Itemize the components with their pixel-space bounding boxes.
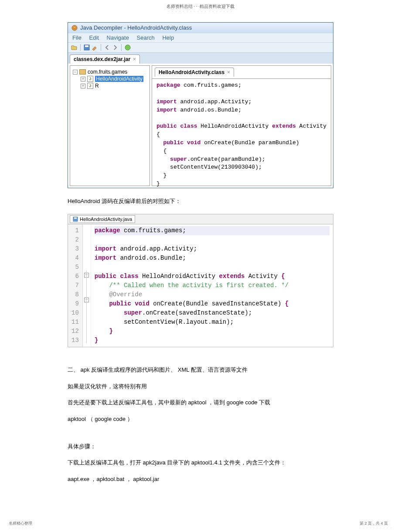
- menu-help[interactable]: Help: [162, 34, 174, 41]
- separator: [80, 44, 81, 51]
- close-icon[interactable]: ×: [133, 56, 136, 62]
- page-header: 名师资料总结 · · ·精品资料欢迎下载 · · · · · · · · · ·…: [0, 0, 401, 14]
- tree-package[interactable]: − com.fruits.games: [73, 68, 147, 75]
- refresh-icon[interactable]: [124, 44, 131, 51]
- paragraph: HelloAndroid 源码在反编译前后的对照如下：: [68, 196, 333, 206]
- jar-tab[interactable]: classes.dex.dex2jar.jar×: [70, 54, 140, 64]
- menu-file[interactable]: File: [72, 34, 82, 41]
- code-tab[interactable]: HelloAndroidActivity.class×: [155, 68, 234, 77]
- code-tab-label: HelloAndroidActivity.class: [159, 69, 224, 75]
- code-body: package com.fruits.games; import android…: [152, 79, 331, 191]
- page-footer: 名师精心整理 · · · · · · · · 第 2 页，共 4 页 · · ·…: [0, 519, 401, 532]
- para-2: 如果是汉化软件，这将特别有用: [68, 381, 333, 391]
- para-5: 具体步骤：: [68, 441, 333, 451]
- fold-icon[interactable]: −: [84, 298, 89, 302]
- para-4: apktool （ google code ）: [68, 414, 333, 424]
- expand-icon[interactable]: +: [81, 84, 85, 88]
- menu-search[interactable]: Search: [137, 34, 155, 41]
- editor-body: 12345678910111213 − − package com.fruits…: [68, 224, 333, 347]
- window-title: Java Decompiler - HelloAndroidActivity.c…: [80, 24, 192, 31]
- header-dots: · · · · · · · · · · · · · · · · · ·: [0, 10, 401, 14]
- para-1: 二、 apk 反编译生成程序的源代码和图片、 XML 配置、语言资源等文件: [68, 365, 333, 375]
- java-file-icon: J: [87, 83, 93, 89]
- app-icon: [71, 25, 78, 31]
- tree-pane: − com.fruits.games + J HelloAndroidActiv…: [70, 65, 150, 186]
- line-gutter: 12345678910111213: [68, 224, 83, 347]
- close-icon[interactable]: ×: [227, 69, 230, 75]
- source-editor: HelloAndroidActivity.java 12345678910111…: [68, 214, 333, 347]
- separator: [101, 44, 101, 51]
- expand-icon[interactable]: +: [81, 77, 85, 81]
- tree-item-activity[interactable]: + J HelloAndroidActivity: [73, 75, 147, 82]
- menubar: File Edit Navigate Search Help: [68, 33, 333, 43]
- svg-rect-5: [74, 217, 77, 219]
- save-icon: [73, 217, 78, 222]
- footer-left: 名师精心整理: [9, 521, 34, 526]
- footer-right: 第 2 页，共 4 页: [360, 521, 392, 526]
- body-paragraphs: 二、 apk 反编译生成程序的源代码和图片、 XML 配置、语言资源等文件 如果…: [68, 365, 333, 484]
- menu-edit[interactable]: Edit: [89, 34, 99, 41]
- svg-rect-2: [85, 45, 88, 47]
- code-pane: HelloAndroidActivity.class× package com.…: [152, 65, 331, 186]
- tool-icon[interactable]: [91, 44, 98, 51]
- para-3: 首先还是要下载上述反编译工具包，其中最新的 apktool ，请到 google…: [68, 397, 333, 407]
- editor-tab-label: HelloAndroidActivity.java: [80, 217, 132, 222]
- toolbar: [68, 43, 333, 53]
- tree-item-label: R: [95, 83, 99, 89]
- open-icon[interactable]: [71, 44, 78, 51]
- tree-item-r[interactable]: + J R: [73, 82, 147, 89]
- fold-icon[interactable]: −: [84, 273, 89, 278]
- back-icon[interactable]: [104, 44, 111, 51]
- para-7: aapt.exe ，apktool.bat ， apktool.jar: [68, 474, 333, 484]
- tree-item-label: HelloAndroidActivity: [95, 76, 143, 82]
- editor-tab[interactable]: HelloAndroidActivity.java: [70, 215, 135, 223]
- java-file-icon: J: [87, 76, 93, 82]
- decompiler-window: Java Decompiler - HelloAndroidActivity.c…: [68, 22, 333, 188]
- jar-tab-label: classes.dex.dex2jar.jar: [74, 56, 130, 62]
- package-label: com.fruits.games: [88, 69, 127, 75]
- forward-icon[interactable]: [112, 44, 119, 51]
- svg-point-3: [125, 45, 130, 50]
- code-tabbar: HelloAndroidActivity.class×: [152, 66, 331, 79]
- header-text: 名师资料总结 · · ·精品资料欢迎下载: [0, 3, 401, 10]
- footer-dots: · · · · · · · ·: [9, 526, 34, 529]
- collapse-icon[interactable]: −: [73, 70, 78, 75]
- para-6: 下载上述反编译工具包，打开 apk2java 目录下的 apktool1.4.1…: [68, 457, 333, 468]
- separator: [121, 44, 122, 51]
- editor-tabbar: HelloAndroidActivity.java: [68, 214, 333, 224]
- save-icon[interactable]: [83, 44, 90, 51]
- menu-navigate[interactable]: Navigate: [107, 34, 129, 41]
- fold-column: − −: [83, 224, 91, 347]
- svg-point-0: [72, 25, 77, 30]
- package-icon: [79, 69, 86, 75]
- titlebar: Java Decompiler - HelloAndroidActivity.c…: [68, 23, 333, 33]
- editor-code: package com.fruits.games; import android…: [91, 224, 333, 347]
- footer-dots: · · · · · · · · · ·: [360, 526, 392, 529]
- jar-tabbar: classes.dex.dex2jar.jar×: [68, 53, 333, 64]
